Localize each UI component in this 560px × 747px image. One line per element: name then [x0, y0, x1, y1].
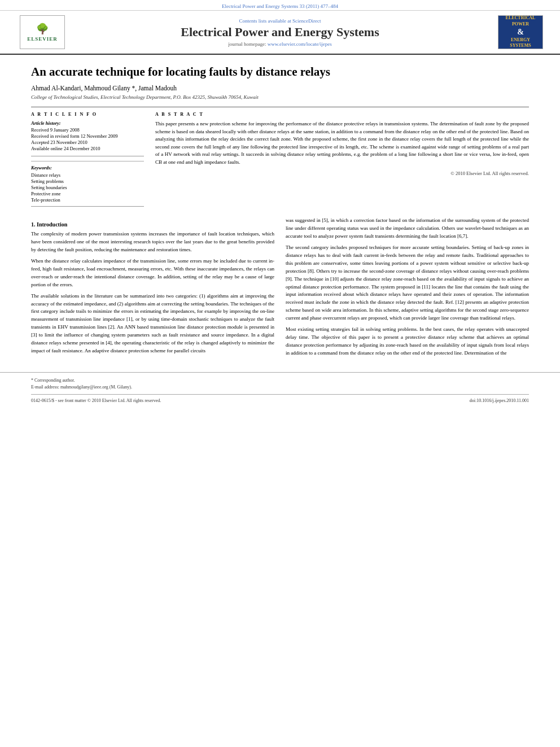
- keyword-2: Setting boundaries: [31, 185, 144, 190]
- journal-homepage: journal homepage: www.elsevier.com/locat…: [68, 41, 492, 47]
- author-names: Ahmad Al-Kandari, Mahmoud Gilany *, Jama…: [31, 85, 177, 91]
- rlogo-line1: ELECTRICAL: [506, 15, 536, 21]
- history-item-0: Received 9 January 2008: [31, 127, 144, 133]
- footnote-corresponding: * Corresponding author.: [31, 377, 529, 384]
- body-para-right-0: was suggested in [5], in which a correct…: [286, 217, 529, 241]
- article-history-label: Article history:: [31, 120, 144, 126]
- footer-doi: doi:10.1016/j.ijepes.2010.11.001: [470, 398, 529, 403]
- journal-ref-bar: Electrical Power and Energy Systems 33 (…: [0, 0, 560, 11]
- body-para-2: The available solutions in the literatur…: [31, 292, 274, 356]
- elsevier-tree-icon: 🌳: [36, 23, 49, 35]
- body-para-0: The complexity of modern power transmiss…: [31, 230, 274, 254]
- abstract-column: A B S T R A C T This paper presents a ne…: [155, 112, 529, 210]
- elsevier-logo: 🌳 ELSEVIER: [17, 15, 68, 49]
- email-label: E-mail address:: [31, 385, 59, 390]
- article-info-heading: A R T I C L E I N F O: [31, 112, 144, 117]
- journal-homepage-link[interactable]: www.elsevier.com/locate/ijepes: [268, 41, 332, 47]
- paper-authors: Ahmad Al-Kandari, Mahmoud Gilany *, Jama…: [31, 85, 529, 91]
- email-link[interactable]: mahmoudgilany@ieee.org: [60, 385, 108, 390]
- keyword-3: Protective zone: [31, 191, 144, 196]
- history-item-2: Accepted 23 November 2010: [31, 139, 144, 145]
- rlogo-line2: POWER: [512, 21, 529, 27]
- divider-keywords: [31, 156, 144, 156]
- footer-area: * Corresponding author. E-mail address: …: [0, 372, 560, 408]
- paper-area: An accurate technique for locating fault…: [0, 55, 560, 210]
- main-body: 1. Introduction The complexity of modern…: [0, 210, 560, 361]
- email-suffix: (M. Gilany).: [110, 385, 132, 390]
- body-right-column: was suggested in [5], in which a correct…: [286, 217, 529, 361]
- footer-issn: 0142-0615/$ - see front matter © 2010 El…: [31, 398, 161, 403]
- elsevier-wordmark: ELSEVIER: [27, 36, 58, 42]
- rlogo-amp: &: [517, 27, 524, 37]
- article-info-column: A R T I C L E I N F O Article history: R…: [31, 112, 144, 210]
- section1-title: 1. Introduction: [31, 221, 274, 228]
- body-para-right-2: Most existing setting strategies fail in…: [286, 326, 529, 357]
- body-para-1: When the distance relay calculates imped…: [31, 257, 274, 289]
- rlogo-line3: ENERGY: [511, 37, 530, 43]
- history-item-3: Available online 24 December 2010: [31, 146, 144, 151]
- journal-header: 🌳 ELSEVIER Contents lists available at S…: [0, 11, 560, 55]
- keywords-section: Keywords: Distance relays Setting proble…: [31, 161, 144, 203]
- elsevier-box: 🌳 ELSEVIER: [20, 15, 65, 49]
- journal-title: Electrical Power and Energy Systems: [68, 25, 492, 40]
- history-item-1: Received in revised form 12 November 200…: [31, 133, 144, 139]
- sciencedirect-link[interactable]: Contents lists available at ScienceDirec…: [68, 18, 492, 24]
- abstract-text: This paper presents a new protection sch…: [155, 120, 529, 166]
- journal-ref-text: Electrical Power and Energy Systems 33 (…: [222, 3, 338, 9]
- paper-affiliation: College of Technological Studies, Electr…: [31, 94, 529, 100]
- journal-center-header: Contents lists available at ScienceDirec…: [68, 18, 492, 47]
- keyword-1: Setting problems: [31, 178, 144, 184]
- right-logo-area: ELECTRICAL POWER & ENERGY SYSTEMS: [492, 15, 543, 49]
- article-history-group: Article history: Received 9 January 2008…: [31, 120, 144, 151]
- abstract-heading: A B S T R A C T: [155, 112, 529, 117]
- body-two-col: 1. Introduction The complexity of modern…: [31, 217, 529, 361]
- keywords-label: Keywords:: [31, 165, 144, 171]
- paper-title: An accurate technique for locating fault…: [31, 65, 529, 79]
- keyword-0: Distance relays: [31, 172, 144, 178]
- corresponding-note: * Corresponding author.: [31, 378, 75, 383]
- rlogo-line4: SYSTEMS: [510, 43, 531, 49]
- copyright-line: © 2010 Elsevier Ltd. All rights reserved…: [155, 171, 529, 176]
- footer-bottom: 0142-0615/$ - see front matter © 2010 El…: [31, 394, 529, 403]
- journal-logo-box: ELECTRICAL POWER & ENERGY SYSTEMS: [498, 15, 543, 49]
- keyword-4: Tele-protection: [31, 197, 144, 203]
- body-left-column: 1. Introduction The complexity of modern…: [31, 217, 274, 361]
- divider-bottom: [31, 206, 144, 207]
- article-info-abstract: A R T I C L E I N F O Article history: R…: [31, 107, 529, 210]
- footnote-email: E-mail address: mahmoudgilany@ieee.org (…: [31, 384, 529, 391]
- body-para-right-1: The second category includes proposed te…: [286, 244, 529, 322]
